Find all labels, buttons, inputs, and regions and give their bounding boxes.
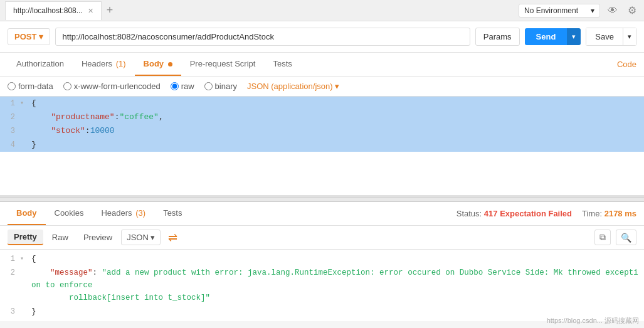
environment-select[interactable]: No Environment ▾ (519, 4, 600, 18)
code-line-1: 1 ▾ { (0, 97, 644, 110)
status-label: Status: 417 Expectation Failed (457, 209, 572, 218)
wrap-icon[interactable]: ⇌ (168, 231, 177, 245)
send-dropdown-button[interactable]: ▾ (567, 28, 581, 45)
url-input[interactable] (55, 28, 470, 46)
top-bar: http://localhost:808... ✕ + No Environme… (0, 0, 644, 21)
body-options-bar: form-data x-www-form-urlencoded raw bina… (0, 77, 644, 97)
code-link[interactable]: Code (617, 53, 636, 75)
raw-option[interactable]: raw (171, 82, 194, 91)
response-tabs-bar: Body Cookies Headers (3) Tests Status: 4… (0, 202, 644, 226)
gear-icon-button[interactable]: ⚙ (625, 3, 639, 18)
resp-json-chevron-icon: ▾ (150, 233, 155, 242)
eye-icon-button[interactable]: 👁 (605, 4, 620, 18)
json-format-select[interactable]: JSON ▾ (121, 230, 161, 245)
send-button[interactable]: Send (525, 28, 567, 45)
method-chevron-icon: ▾ (39, 32, 43, 41)
tab-headers[interactable]: Headers (1) (73, 53, 135, 76)
send-button-group: Send ▾ (525, 28, 581, 45)
close-tab-icon[interactable]: ✕ (88, 7, 93, 15)
resp-tab-headers[interactable]: Headers (3) (92, 202, 154, 225)
resp-tab-cookies[interactable]: Cookies (46, 202, 93, 225)
add-tab-button[interactable]: + (103, 4, 117, 17)
tab-tests[interactable]: Tests (264, 53, 300, 76)
tab-authorization[interactable]: Authorization (8, 53, 73, 76)
tab-body[interactable]: Body (135, 53, 181, 76)
code-line-3: 3 "stock":10000 (0, 124, 644, 138)
params-button[interactable]: Params (475, 28, 520, 46)
request-body-editor[interactable]: 1 ▾ { 2 "productname":"coffee", 3 "stock… (0, 97, 644, 197)
search-response-button[interactable]: 🔍 (616, 230, 636, 245)
request-bar: POST ▾ Params Send ▾ Save ▾ (0, 21, 644, 53)
resp-headers-count: (3) (135, 208, 145, 218)
headers-count: (1) (116, 59, 126, 68)
top-right-controls: No Environment ▾ 👁 ⚙ (519, 3, 639, 18)
env-select-label: No Environment (524, 6, 578, 15)
tab-prerequest[interactable]: Pre-request Script (181, 53, 265, 76)
body-dot-badge (168, 62, 172, 66)
save-button-group: Save ▾ (586, 28, 636, 46)
code-line-4: 4 } (0, 138, 644, 152)
request-tabs-bar: Authorization Headers (1) Body Pre-reque… (0, 53, 644, 77)
json-type-select[interactable]: JSON (application/json) ▾ (247, 82, 339, 91)
preview-button[interactable]: Preview (77, 230, 119, 245)
url-encoded-option[interactable]: x-www-form-urlencoded (63, 82, 161, 91)
env-chevron-icon: ▾ (591, 6, 594, 15)
response-status-area: Status: 417 Expectation Failed Time: 217… (457, 209, 636, 218)
json-chevron-icon: ▾ (335, 82, 339, 91)
resp-line-2: 2 "message": "add a new product with err… (0, 266, 644, 305)
code-line-2: 2 "productname":"coffee", (0, 110, 644, 124)
pretty-button[interactable]: Pretty (8, 230, 43, 245)
resp-right-icons: ⧉ 🔍 (594, 230, 636, 245)
response-format-bar: Pretty Raw Preview JSON ▾ ⇌ ⧉ 🔍 (0, 226, 644, 250)
resp-tab-tests[interactable]: Tests (154, 202, 191, 225)
form-data-option[interactable]: form-data (8, 82, 53, 91)
raw-button[interactable]: Raw (46, 230, 75, 245)
copy-response-button[interactable]: ⧉ (594, 230, 611, 245)
response-body-editor: 1 ▾ { 2 "message": "add a new product wi… (0, 250, 644, 321)
resp-line-1: 1 ▾ { (0, 252, 644, 266)
resp-tab-body[interactable]: Body (8, 202, 46, 225)
section-divider (0, 197, 644, 202)
save-dropdown-button[interactable]: ▾ (623, 28, 636, 46)
browser-tab[interactable]: http://localhost:808... ✕ (5, 1, 102, 20)
watermark: https://blog.csdn... 源码搜藏网 (547, 316, 639, 321)
time-label: Time: 2178 ms (582, 209, 636, 218)
binary-option[interactable]: binary (204, 82, 237, 91)
method-select[interactable]: POST ▾ (8, 28, 50, 45)
method-label: POST (14, 32, 36, 41)
save-button[interactable]: Save (586, 28, 623, 46)
tab-url-label: http://localhost:808... (13, 6, 83, 15)
